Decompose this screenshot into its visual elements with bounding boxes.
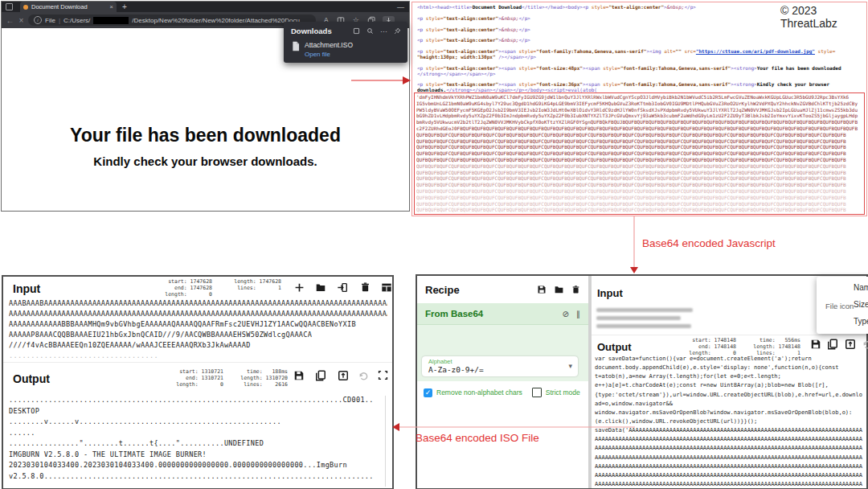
- address-bar[interactable]: i File | C:/Users/ /Desktop/New%20folder…: [28, 14, 316, 26]
- recipe-title: Recipe: [425, 284, 530, 296]
- tooltip-name: Name: PastedData: [854, 283, 868, 292]
- more-options-icon[interactable]: ···: [380, 27, 387, 35]
- tab-close-icon[interactable]: ×: [109, 4, 113, 10]
- strict-mode-label: Strict mode: [546, 388, 580, 397]
- open-downloads-page-icon[interactable]: [353, 27, 360, 35]
- load-recipe-folder-icon[interactable]: [554, 285, 564, 294]
- remove-non-alphabet-checkbox[interactable]: ✓: [424, 388, 432, 397]
- left-output-content[interactable]: ........................................…: [9, 396, 386, 487]
- right-undo-icon[interactable]: [862, 339, 868, 350]
- html-source-panel: <html><head><title>Document Download</ti…: [411, 2, 867, 216]
- left-input-content[interactable]: AAABAAABAAAAAAAAAAAAAAAAAAAAAAAAAAAAAAAA…: [9, 299, 387, 362]
- url-prefix: C:/Users/: [63, 17, 90, 24]
- annotation-iso-label: Base64 encoded ISO File: [416, 432, 539, 444]
- arrow-source-to-cyberchef: [630, 216, 638, 273]
- file-details-tooltip: × File icon Name: PastedData Size: 23,30…: [817, 277, 868, 334]
- alphabet-value: A-Za-z0-9+/=: [428, 365, 484, 374]
- right-input-title: Input: [597, 287, 623, 299]
- reset-layout-icon[interactable]: [381, 282, 392, 293]
- chevron-down-icon: ▾: [568, 362, 572, 370]
- tooltip-size: Size: 23,30,864 bytes: [854, 300, 868, 309]
- strict-mode-checkbox[interactable]: [532, 388, 542, 397]
- left-output-stats-time: time: 188ms length: 1310720 lines: 2616: [225, 368, 288, 388]
- save-recipe-icon[interactable]: [537, 285, 547, 294]
- right-output-content[interactable]: var saveData=function(){var e=document.c…: [595, 355, 864, 487]
- right-copy-output-icon[interactable]: [827, 339, 838, 350]
- copyright-text: © 2023 ThreatLabz: [780, 4, 868, 30]
- url-scheme: File: [45, 17, 55, 24]
- username-redaction: [93, 17, 129, 24]
- right-replace-input-icon[interactable]: [845, 339, 856, 350]
- right-output-stats-position: start: 1748148 end: 1748148 length: 0: [670, 337, 736, 356]
- download-list-item[interactable]: Attachment.ISO Open file: [284, 37, 407, 58]
- figure-canvas: Document Download × + — ← × i File | C:/…: [0, 0, 868, 489]
- blurred-input-text: [596, 316, 681, 320]
- cyberchef-io-window-left: Input start: 1747628 end: 1747628 length…: [2, 275, 394, 489]
- back-icon[interactable]: ←: [6, 16, 14, 25]
- page-info-icon[interactable]: i: [34, 16, 42, 24]
- io-column: Input Output start: 1748148 end: 1748148…: [592, 276, 866, 488]
- blurred-input-text: [596, 308, 693, 312]
- remove-non-alphabet-label: Remove non-alphabet chars: [436, 388, 522, 397]
- browser-tab[interactable]: Document Download ×: [20, 2, 117, 12]
- tab-title: Document Download: [31, 3, 106, 10]
- page-subheading: Kindly check your browser downloads.: [2, 154, 409, 168]
- undo-icon[interactable]: [358, 371, 369, 381]
- right-output-title: Output: [597, 341, 632, 353]
- operation-from-base64[interactable]: From Base64 ⊘ ∥ Alphabet A-Za-z0-9+/= ▾ …: [417, 303, 588, 381]
- pin-icon[interactable]: [394, 27, 401, 35]
- right-save-output-icon[interactable]: [810, 339, 821, 350]
- right-output-header: Output start: 1748148 end: 1748148 lengt…: [592, 335, 866, 356]
- breakpoint-pause-icon[interactable]: ∥: [576, 310, 580, 318]
- left-output-header: Output start: 1310721 end: 1310721 lengt…: [3, 362, 392, 395]
- stop-icon[interactable]: ×: [17, 16, 26, 25]
- blurred-input-text: [596, 324, 691, 328]
- left-input-stats-size: length: 1747628 lines: 1: [219, 278, 281, 291]
- search-downloads-icon[interactable]: [366, 27, 374, 35]
- tooltip-type: Type: text/plain: [854, 317, 868, 326]
- add-input-tab-icon[interactable]: [294, 282, 305, 293]
- open-file-link[interactable]: Open file: [305, 51, 353, 58]
- download-item-name: Attachment.ISO: [305, 41, 353, 49]
- clear-io-trash-icon[interactable]: [360, 281, 371, 293]
- left-input-title: Input: [13, 282, 40, 295]
- tab-actions-icon[interactable]: [6, 3, 13, 10]
- open-input-icon[interactable]: [337, 282, 348, 293]
- left-input-header: Input start: 1747628 end: 1747628 length…: [3, 277, 392, 298]
- replace-input-with-output-icon[interactable]: [338, 370, 349, 381]
- annotation-js-label: Base64 encoded Javascript: [642, 237, 776, 249]
- right-output-stats-time: time: 556ms length: 1748148 lines: 1: [738, 337, 800, 356]
- left-input-stats-position: start: 1747628 end: 1747628 length: 0: [146, 278, 212, 298]
- copy-output-icon[interactable]: [315, 370, 326, 381]
- disable-operation-icon[interactable]: ⊘: [563, 310, 569, 318]
- new-tab-icon[interactable]: +: [122, 3, 127, 11]
- alphabet-select[interactable]: Alphabet A-Za-z0-9+/= ▾: [422, 356, 578, 376]
- minimize-icon[interactable]: —: [397, 3, 404, 11]
- file-icon: [292, 41, 300, 51]
- left-output-stats-position: start: 1310721 end: 1310721 length: 0: [158, 368, 223, 388]
- tab-favicon-icon: [23, 5, 28, 10]
- operation-name: From Base64: [425, 309, 555, 318]
- page-heading: Your file has been downloaded: [2, 125, 409, 146]
- url-separator: |: [59, 17, 60, 24]
- open-folder-icon[interactable]: [315, 282, 326, 293]
- clear-recipe-trash-icon[interactable]: [571, 285, 580, 294]
- downloads-title: Downloads: [291, 27, 346, 35]
- alphabet-label: Alphabet: [428, 358, 452, 365]
- cyberchef-window: Recipe From Base64 ⊘ ∥ Alphabet: [416, 274, 868, 489]
- save-output-icon[interactable]: [293, 370, 305, 381]
- base64-blob: 'dmFyIHNhdmVkYXRhPWZ1bmN0aW9uKCl7dmFyIGU…: [414, 92, 865, 215]
- maximize-output-icon[interactable]: [378, 370, 388, 380]
- recipe-header: Recipe: [417, 276, 588, 303]
- browser-titlebar: Document Download × + —: [2, 2, 409, 12]
- tooltip-file-icon-label: File icon: [825, 302, 854, 310]
- downloads-popup: Downloads ··· Attachment.ISO Open file: [284, 22, 407, 63]
- left-output-title: Output: [13, 372, 50, 385]
- recipe-column: Recipe From Base64 ⊘ ∥ Alphabet: [417, 276, 588, 488]
